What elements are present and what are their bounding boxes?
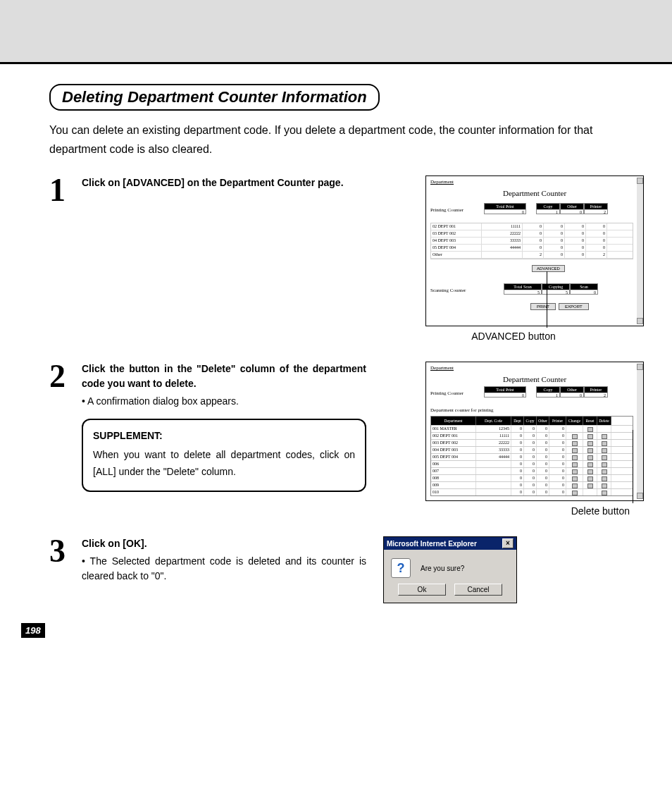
delete-button[interactable] — [597, 468, 611, 474]
change-button[interactable] — [566, 475, 583, 481]
scrollbar[interactable] — [637, 178, 643, 324]
dept-rows: 02 DEPT 00111111000003 DEPT 002222220000… — [430, 223, 633, 259]
print-summary-row: Total Print0 Copy1 Other0 Printer2 — [484, 203, 608, 214]
scan-summary-row: Total Scan5 Copying5 Scan0 — [504, 283, 598, 295]
ok-button[interactable]: Ok — [398, 584, 446, 596]
table-row: 04 DEPT 003333330000 — [431, 238, 633, 245]
change-button[interactable] — [566, 461, 583, 467]
reset-button[interactable] — [583, 433, 597, 439]
step-3: 3 Click on [OK]. The Selected department… — [49, 536, 644, 603]
reset-button[interactable] — [583, 426, 597, 432]
confirm-dialog: Microsoft Internet Explorer × ? Are you … — [383, 536, 517, 603]
export-button[interactable]: EXPORT — [559, 303, 589, 310]
table-row: 002 DEPT 001111110000 — [431, 432, 633, 439]
advanced-button[interactable]: ADVANCED — [532, 265, 565, 272]
change-button[interactable] — [566, 468, 583, 474]
delete-button[interactable] — [597, 447, 611, 453]
callout-line — [547, 271, 547, 328]
supplement-title: SUPPLEMENT: — [93, 427, 355, 445]
reset-button[interactable] — [583, 447, 597, 453]
dialog-titlebar: Microsoft Internet Explorer × — [384, 537, 516, 550]
print-button[interactable]: PRINT — [530, 303, 556, 310]
department-tab[interactable]: Department — [430, 179, 454, 185]
step-number: 3 — [49, 536, 79, 584]
cancel-button[interactable]: Cancel — [454, 584, 502, 596]
intro-text: You can delete an existing department co… — [49, 121, 644, 159]
supplement-box: SUPPLEMENT: When you want to delete all … — [82, 419, 366, 492]
step-2: 2 Click the button in the "Delete" colum… — [49, 362, 644, 517]
dialog-message: Are you sure? — [421, 565, 464, 572]
advanced-caption: ADVANCED button — [348, 331, 644, 342]
reset-button[interactable] — [583, 454, 597, 460]
table-row: 03 DEPT 002222220000 — [431, 230, 633, 238]
reset-button[interactable] — [583, 461, 597, 467]
step-sub: The Selected department code is deleted … — [82, 554, 366, 584]
delete-button[interactable] — [597, 433, 611, 439]
dialog-title: Microsoft Internet Explorer — [387, 540, 477, 548]
change-button[interactable] — [566, 447, 583, 453]
table-row: 001 MASTER123450000 — [431, 425, 633, 432]
close-icon[interactable]: × — [502, 538, 514, 548]
change-button[interactable] — [566, 454, 583, 460]
screenshot-dept-counter-advanced: Department Department Counter Printing C… — [425, 362, 644, 501]
delete-button[interactable] — [597, 440, 611, 446]
department-tab[interactable]: Department — [430, 365, 454, 371]
screenshot-dept-counter: Department Department Counter Printing C… — [425, 175, 644, 326]
scrollbar[interactable] — [637, 364, 643, 499]
step-instruction: Click on [ADVANCED] on the Department Co… — [82, 175, 344, 190]
delete-button[interactable] — [597, 454, 611, 460]
change-button[interactable] — [566, 440, 583, 446]
delete-button[interactable] — [597, 461, 611, 467]
table-row: 0080000 — [431, 474, 633, 481]
step-instruction: Click the button in the "Delete" column … — [82, 362, 366, 391]
question-icon: ? — [391, 558, 411, 578]
change-button[interactable] — [566, 482, 583, 488]
section-title: Deleting Department Counter Information — [49, 84, 380, 111]
delete-button[interactable] — [597, 482, 611, 488]
delete-button[interactable] — [597, 475, 611, 481]
table-row: 0070000 — [431, 467, 633, 474]
step-1: 1 Click on [ADVANCED] on the Department … — [49, 175, 644, 342]
table-row: 0090000 — [431, 481, 633, 488]
print-summary-row: Total Print0 Copy1 Other0 Printer2 — [484, 386, 608, 398]
callout-line — [633, 430, 633, 503]
dept-table: DepartmentDept. CodeDept TotalCopyOtherP… — [430, 416, 633, 496]
printing-counter-label: Printing Counter — [430, 207, 463, 213]
delete-caption: Delete button — [369, 505, 644, 517]
table-row: 0060000 — [431, 460, 633, 467]
step-number: 2 — [49, 362, 79, 492]
reset-button[interactable] — [583, 475, 597, 481]
table-row: Other2002 — [431, 252, 633, 259]
table-row: 02 DEPT 001111110000 — [431, 223, 633, 230]
screenshot-title: Department Counter — [503, 189, 566, 197]
table-row: 003 DEPT 002222220000 — [431, 439, 633, 446]
printing-counter-label: Printing Counter — [430, 390, 463, 396]
supplement-text: When you want to delete all department c… — [93, 446, 355, 481]
change-button[interactable] — [566, 433, 583, 439]
scanning-counter-label: Scanning Counter — [430, 288, 466, 293]
table-row: 005 DEPT 004444440000 — [431, 453, 633, 460]
header-band — [0, 0, 672, 62]
step-number: 1 — [49, 175, 79, 204]
dept-counter-sub: Department counter for printing — [430, 407, 494, 413]
screenshot-title: Department Counter — [503, 375, 566, 383]
step-instruction: Click on [OK]. — [82, 536, 366, 551]
reset-button[interactable] — [583, 482, 597, 488]
table-row: 0100000 — [431, 488, 633, 495]
table-row: 004 DEPT 003333330000 — [431, 446, 633, 453]
page-number: 198 — [21, 623, 45, 638]
reset-button[interactable] — [583, 468, 597, 474]
step-sub: A confirmation dialog box appears. — [82, 394, 366, 409]
change-button[interactable] — [566, 489, 583, 495]
reset-button[interactable] — [583, 440, 597, 446]
delete-button[interactable] — [597, 489, 611, 495]
table-row: 05 DEPT 004444440000 — [431, 245, 633, 252]
